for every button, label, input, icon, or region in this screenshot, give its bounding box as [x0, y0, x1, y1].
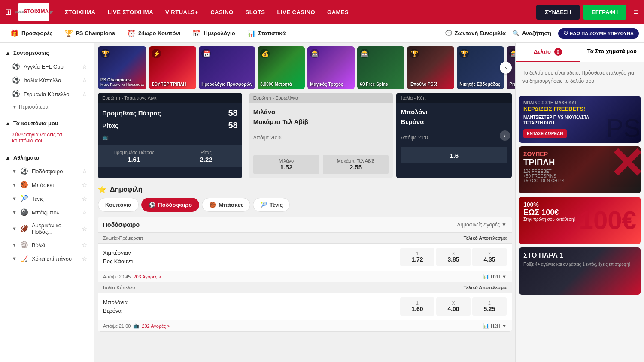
odd-x-button[interactable]: X 3.85: [436, 248, 471, 266]
chevron-down-icon: ▼: [502, 323, 507, 329]
odd-button-milan[interactable]: Μιλάνο 1.52: [253, 155, 319, 174]
star-icon[interactable]: ☆: [82, 168, 87, 175]
nav-games[interactable]: GAMES: [322, 6, 354, 19]
right-promo-ps-champions[interactable]: ΜΠΑΙΝΕΙΣ ΣΤΗ ΜΑΧΗ ΚΑΙ ΚΕΡΔΙΖΕΙΣ FREEBETS…: [519, 96, 641, 143]
signin-link[interactable]: Σύνδεσηγια να δεις τα κουπόνια σου: [0, 130, 94, 147]
sidebar-item-hockey[interactable]: ▼ 🏒 Χόκεϊ επί πάγου ☆: [0, 252, 94, 265]
nav-slots[interactable]: SLOTS: [240, 6, 270, 19]
nav-offers[interactable]: 🎁 Προσφορές: [5, 27, 58, 40]
star-icon[interactable]: ☆: [82, 196, 87, 202]
sidebar-item-volleyball[interactable]: ▼ 🏐 Βόλεϊ ☆: [0, 238, 94, 252]
odd-1-button[interactable]: 1 1.72: [400, 248, 434, 266]
promo-card-ps-champions[interactable]: 🏆 PS Champions Μαν. Γιουν. vs Νιούκαστλ: [98, 46, 146, 89]
match-odds-left: Προμηθέας Πάτρας 1.61 Ρίτας 2.22: [98, 145, 242, 167]
tab-basketball[interactable]: 🏀 Μπάσκετ: [202, 198, 250, 212]
sidebar-item-football[interactable]: ▼ ⚽ Ποδόσφαιρο ☆: [0, 164, 94, 178]
promo-title: Ημερολόγιο Προσφορών: [201, 82, 252, 87]
star-icon[interactable]: ☆: [82, 77, 87, 84]
odd-1-button[interactable]: 1 1.60: [400, 297, 434, 316]
promo-card-winner[interactable]: 🏆 Νικητής Εβδομάδας: [457, 46, 504, 89]
money-icon: 💰: [260, 49, 270, 58]
shortcuts-header[interactable]: ▲ Συντομεύσεις: [0, 46, 94, 60]
search-button[interactable]: 🔍 Αναζήτηση: [513, 30, 551, 36]
tab-tennis[interactable]: 🎾 Τένις: [253, 198, 290, 212]
bar-chart-icon: 📊: [483, 323, 489, 329]
right-promo-para1[interactable]: ΣΤΟ ΠΑΡΑ 1 Παίξε 4+ αγώνες και αν χάσεις…: [519, 247, 641, 295]
promo-card-ps5[interactable]: 🏆 Έπαθλο PS5!: [407, 46, 454, 89]
bet-slip-tab[interactable]: Δελτίο 0: [516, 43, 580, 62]
responsible-gaming-button[interactable]: 🛡 ΕΔΩ ΠΑΙΖΟΥΜΕ ΥΠΕΥΘΥΝΑ: [558, 28, 639, 39]
trophy-icon: 🏆: [410, 49, 419, 58]
star-icon[interactable]: ☆: [82, 242, 87, 248]
nav-ps-champions[interactable]: 🏆 PS Champions: [59, 27, 120, 40]
sidebar-item-baseball[interactable]: ▼ 🎱 Μπέιζμπολ ☆: [0, 205, 94, 219]
nav-live-casino[interactable]: LIVE CASINO: [272, 6, 321, 19]
star-icon[interactable]: ☆: [82, 209, 87, 216]
star-icon[interactable]: ☆: [82, 226, 87, 232]
promo-card-3000[interactable]: 💰 3.000€ Μετρητά: [258, 46, 305, 89]
my-bets-tab[interactable]: Τα Στοιχήματά μου: [580, 43, 644, 62]
sidebar-item-england-efl[interactable]: ⚽ Αγγλία EFL Cup ☆: [0, 60, 94, 73]
odd-button-team1[interactable]: Προμηθέας Πάτρας 1.61: [98, 145, 170, 167]
h2h-button-2[interactable]: 📊 H2H ▼: [483, 323, 507, 329]
secondary-navigation: 🎁 Προσφορές 🏆 PS Champions ⏰ 24ωρο Κουπό…: [0, 24, 644, 43]
football-icon: ⚽: [20, 167, 28, 175]
grid-icon[interactable]: ⊞: [5, 7, 12, 17]
odd-button-maccabi[interactable]: Μακάμπι Τελ Αβίβ 2.55: [323, 155, 389, 174]
logo[interactable]: pame STOIXIMA .gr: [18, 3, 49, 21]
sidebar-item-italy-cup[interactable]: ⚽ Ιταλία Κύπελλο ☆: [0, 73, 94, 87]
sidebar-item-germany-cup[interactable]: ⚽ Γερμανία Κύπελλο ☆: [0, 87, 94, 101]
star-icon: ⭐: [98, 185, 106, 193]
content-area: 🏆 PS Champions Μαν. Γιουν. vs Νιούκαστλ …: [94, 43, 515, 362]
match-league-right: Ιταλία - Κύπ: [396, 93, 512, 103]
markets-count-2[interactable]: 202 Αγορές >: [142, 323, 170, 329]
chevron-down-icon: ▼: [12, 196, 17, 201]
right-promo-super-triple[interactable]: ΣΟΥΠΕΡ ΤΡΙΠΛΗ 10€ FREEBET +50 FREESPINS …: [519, 146, 641, 193]
more-link[interactable]: ▼ Περισσότερα: [0, 101, 94, 113]
nav-virtuals[interactable]: VIRTUALS+: [160, 6, 204, 19]
hamburger-icon[interactable]: ≡: [633, 6, 639, 18]
odd-x-button[interactable]: X 4.00: [436, 297, 471, 316]
star-icon[interactable]: ☆: [82, 91, 87, 97]
live-chat-button[interactable]: 💬 Ζωντανή Συνομιλία: [445, 30, 506, 36]
match-subheader-2: Ιταλία-Κύπελλο Τελικό Αποτέλεσμα: [98, 282, 512, 293]
star-icon[interactable]: ☆: [82, 256, 87, 262]
h2h-button-1[interactable]: 📊 H2H ▼: [483, 274, 507, 279]
register-button[interactable]: ΕΓΓΡΑΦΗ: [583, 5, 626, 20]
markets-count-1[interactable]: 203 Αγορές >: [133, 274, 161, 279]
my-coupons-header[interactable]: ▲ Τα κουπόνια μου: [0, 117, 94, 130]
sidebar-item-basketball[interactable]: ▼ 🏀 Μπάσκετ ☆: [0, 178, 94, 192]
star-icon[interactable]: ☆: [82, 63, 87, 70]
tab-coupons[interactable]: Κουπόνια: [98, 198, 139, 212]
right-panel: Δελτίο 0 Τα Στοιχήματά μου Το δελτίο σου…: [515, 43, 644, 362]
right-promo-100-bonus[interactable]: 100% ΕΩΣ 100€ Στην πρώτη σου κατάθεση! 1…: [519, 197, 641, 244]
nav-live-stoixima[interactable]: LIVE ΣΤΟΙΧΗΜΑ: [103, 6, 159, 19]
nav-statistics[interactable]: 📊 Στατιστικά: [242, 27, 291, 40]
odd-2-button[interactable]: 2 4.35: [472, 248, 507, 266]
odd-button-team2[interactable]: Ρίτας 2.22: [170, 145, 242, 167]
nav-stoixima[interactable]: ΣΤΟΙΧΗΜΑ: [60, 6, 101, 19]
match-next-button[interactable]: ›: [500, 130, 510, 141]
nav-casino[interactable]: CASINO: [205, 6, 239, 19]
promo-card-super-triple[interactable]: ⚡ ΣΟΥΠΕΡ ΤΡΙΠΛΗ: [149, 46, 196, 89]
odd-button-right[interactable]: 1.6: [401, 147, 507, 163]
tab-football[interactable]: ⚽ Ποδόσφαιρο: [141, 198, 199, 212]
divider: [0, 149, 94, 149]
promo-next-button[interactable]: ›: [500, 62, 512, 74]
promo-card-free-spins[interactable]: 🎰 60 Free Spins: [357, 46, 404, 89]
popular-markets-button[interactable]: Δημοφιλείς Αγορές ▼: [457, 222, 507, 228]
odd-2-button[interactable]: 2 5.25: [472, 297, 507, 316]
enter-button[interactable]: ΕΝΤΑΣΕ ΔΩΡΕΑΝ: [523, 129, 567, 138]
nav-24h-coupon[interactable]: ⏰ 24ωρο Κουπόνι: [122, 27, 185, 40]
login-button[interactable]: ΣΥΝΔΕΣΗ: [536, 5, 580, 20]
promo-card-magic-wheel[interactable]: 🎰 Μαγικός Τροχός: [307, 46, 355, 89]
sidebar-item-american-football[interactable]: ▼ 🏈 Αμερικάνικο Ποδός... ☆: [0, 219, 94, 238]
star-icon[interactable]: ☆: [82, 182, 87, 188]
promo-card-calendar[interactable]: 📅 Ημερολόγιο Προσφορών: [199, 46, 255, 89]
sidebar-item-tennis[interactable]: ▼ 🎾 Τένις ☆: [0, 192, 94, 205]
lightning-icon: ⚡: [152, 49, 161, 58]
match-team-row-1: Προμηθέας Πάτρας 58: [102, 108, 238, 118]
sports-header[interactable]: ▲ Αθλήματα: [0, 151, 94, 164]
match-group-2: Ιταλία-Κύπελλο Τελικό Αποτέλεσμα Μπολόνι…: [98, 282, 512, 332]
nav-calendar[interactable]: 📅 Ημερολόγιο: [187, 27, 240, 40]
